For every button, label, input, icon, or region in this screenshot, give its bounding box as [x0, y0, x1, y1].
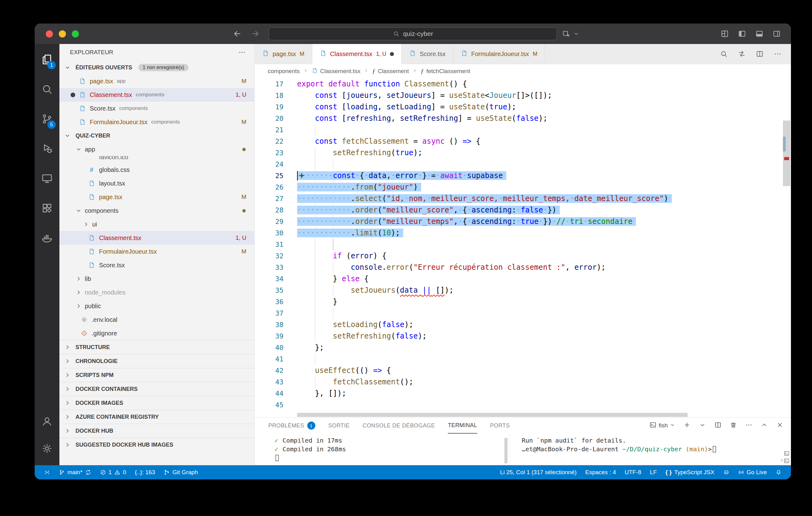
minimize-window-button[interactable] [59, 30, 66, 37]
terminal-tabs-list[interactable]: └ [773, 450, 790, 464]
close-panel[interactable] [776, 421, 784, 430]
overview-ruler[interactable] [782, 78, 791, 412]
sidebar-more-actions-icon[interactable] [238, 49, 246, 56]
line-number[interactable]: 21 [255, 124, 297, 136]
breadcrumb-item[interactable]: ƒClassement [372, 67, 409, 75]
customize-layout-icon[interactable] [720, 29, 729, 38]
status-encoding[interactable]: UTF-8 [620, 465, 646, 480]
tree-item-Score.tsx[interactable]: Score.tsx [59, 258, 254, 272]
terminal-pane-right[interactable]: Run `npm audit` for details.…et@MacBook-… [510, 434, 791, 465]
status-git-graph[interactable]: Git Graph [160, 465, 202, 480]
panel-tab-terminal[interactable]: TERMINAL [448, 417, 477, 434]
status-language-mode[interactable]: { }TypeScript JSX [661, 465, 719, 480]
sidebar-section-docker-containers[interactable]: DOCKER CONTAINERS [59, 382, 254, 396]
kill-terminal[interactable] [730, 421, 737, 430]
line-number[interactable]: 30 [255, 227, 297, 239]
command-center-search[interactable]: quiz-cyber [269, 27, 557, 40]
open-editors-header[interactable]: ÉDITEURS OUVERTS 1 non enregistré(s) [59, 61, 254, 74]
terminal-scrollbar[interactable] [504, 438, 508, 463]
tree-item-layout.tsx[interactable]: layout.tsx [59, 176, 254, 190]
sidebar-section-suggested-docker-hub-images[interactable]: SUGGESTED DOCKER HUB IMAGES [59, 438, 254, 452]
line-number[interactable]: 23 [255, 147, 297, 159]
terminal-profiles-dropdown[interactable] [699, 421, 706, 430]
line-number[interactable]: 24 [255, 159, 297, 170]
status-bracket-counter[interactable]: {..}: 163 [130, 465, 160, 480]
shell-picker[interactable]: fish [649, 421, 675, 430]
line-number[interactable]: 39 [255, 330, 297, 342]
open-editor-FormulaireJoueur.tsx[interactable]: FormulaireJoueur.tsxcomponentsM [59, 115, 254, 129]
panel-tab-ports[interactable]: PORTS [490, 417, 510, 434]
line-number[interactable]: 17 [255, 78, 297, 90]
horizontal-scrollbar[interactable] [297, 413, 688, 417]
open-editor-Score.tsx[interactable]: Score.tsxcomponents [59, 102, 254, 115]
panel-tab-sortie[interactable]: SORTIE [328, 417, 350, 434]
project-section-header[interactable]: QUIZ-CYBER [59, 129, 254, 142]
tree-item-favicon.ico[interactable]: favicon.ico [59, 156, 254, 163]
status-go-live[interactable]: Go Live [734, 465, 771, 480]
activity-item-source-control[interactable]: 5 [35, 105, 59, 134]
activity-item-settings[interactable] [35, 435, 59, 463]
toggle-panel-icon[interactable] [755, 29, 764, 38]
breadcrumb-item[interactable]: components [268, 68, 300, 75]
breadcrumb-item[interactable]: ƒfetchClassement [420, 67, 470, 75]
activity-item-search[interactable] [35, 75, 59, 105]
activity-item-run-debug[interactable] [35, 134, 59, 164]
line-number[interactable]: 40 [255, 342, 297, 353]
sidebar-section-docker-hub[interactable]: DOCKER HUB [59, 424, 254, 438]
open-editor-page.tsx[interactable]: page.tsxappM [59, 74, 254, 88]
line-number[interactable]: 27 [255, 193, 297, 205]
tab-page.tsx[interactable]: page.tsxM [255, 44, 312, 64]
line-number[interactable]: 28 [255, 205, 297, 216]
status-notifications-bell[interactable] [771, 465, 786, 480]
open-changes-icon[interactable] [738, 50, 746, 58]
more-editor-actions-icon[interactable] [774, 50, 782, 58]
line-number[interactable]: 33 [255, 262, 297, 273]
line-number[interactable]: 20 [255, 113, 297, 124]
tree-item-page.tsx[interactable]: page.tsxM [59, 190, 254, 204]
status-remote-indicator[interactable] [39, 465, 55, 480]
line-number[interactable]: 43 [255, 376, 297, 388]
activity-item-remote-explorer[interactable] [35, 164, 59, 194]
breadcrumb-item[interactable]: Classement.tsx [312, 67, 360, 75]
split-terminal[interactable] [714, 421, 722, 430]
navigate-back-icon[interactable] [233, 29, 242, 38]
sidebar-section-chronologie[interactable]: CHRONOLOGIE [59, 354, 254, 368]
sidebar-section-docker-images[interactable]: DOCKER IMAGES [59, 396, 254, 410]
split-editor-icon[interactable] [756, 50, 764, 58]
line-number[interactable]: 42 [255, 365, 297, 376]
status-git-branch-indicator[interactable]: main* [55, 465, 96, 480]
new-chat-icon[interactable] [562, 30, 570, 38]
status-eol-selector[interactable]: LF [645, 465, 661, 480]
line-number[interactable]: 38 [255, 319, 297, 330]
panel-tab-problèmes[interactable]: PROBLÈMES1 [268, 417, 315, 434]
zoom-window-button[interactable] [72, 30, 79, 37]
status-copilot-status[interactable] [719, 465, 734, 480]
line-number[interactable]: 34 [255, 273, 297, 284]
sidebar-section-scripts-npm[interactable]: SCRIPTS NPM [59, 368, 254, 382]
tab-FormulaireJoueur.tsx[interactable]: FormulaireJoueur.tsxM [453, 44, 545, 64]
tab-Classement.tsx[interactable]: Classement.tsx1, U [312, 44, 402, 64]
search-editor-icon[interactable] [720, 50, 728, 58]
line-number[interactable]: 25 [255, 170, 297, 182]
status-problems-indicator[interactable]: 10 [96, 465, 130, 480]
toggle-primary-sidebar-icon[interactable] [738, 29, 746, 38]
line-number[interactable]: 36 [255, 296, 297, 307]
tree-item-FormulaireJoueur.tsx[interactable]: FormulaireJoueur.tsxM [59, 245, 254, 258]
dirty-indicator[interactable] [390, 52, 394, 56]
activity-item-account[interactable] [35, 408, 59, 435]
line-number[interactable]: 45 [255, 399, 297, 411]
open-editor-Classement.tsx[interactable]: Classement.tsxcomponents1, U [59, 88, 254, 102]
sidebar-section-azure-container-registry[interactable]: AZURE CONTAINER REGISTRY [59, 410, 254, 424]
navigate-forward-icon[interactable] [251, 29, 260, 38]
tree-item-lib[interactable]: lib [59, 272, 254, 286]
tree-item-.env.local[interactable]: .env.local [59, 313, 254, 326]
line-number[interactable]: 18 [255, 90, 297, 101]
sidebar-section-structure[interactable]: STRUCTURE [59, 340, 254, 354]
tree-item-globals.css[interactable]: #globals.css [59, 163, 254, 176]
tree-item-ui[interactable]: ui [59, 217, 254, 231]
new-terminal[interactable] [683, 421, 691, 430]
tree-item-.gitignore[interactable]: .gitignore [59, 326, 254, 340]
activity-item-docker[interactable] [35, 224, 59, 253]
tree-item-node_modules[interactable]: node_modules [59, 286, 254, 299]
tree-item-public[interactable]: public [59, 299, 254, 313]
